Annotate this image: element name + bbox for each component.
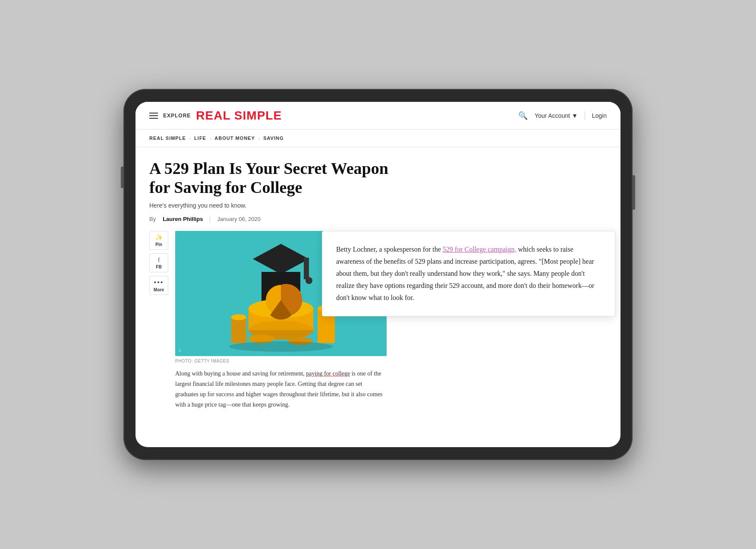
callout-text: Betty Lochner, a spokesperson for the 52… <box>336 243 601 304</box>
callout-text-after: which seeks to raise awareness of the be… <box>336 246 594 301</box>
breadcrumb-item-saving[interactable]: SAVING <box>263 136 284 141</box>
main-content: A 529 Plan Is Your Secret Weapon for Sav… <box>135 147 621 446</box>
pinterest-icon: ✨ <box>155 234 163 241</box>
hamburger-icon[interactable] <box>149 113 158 119</box>
svg-rect-2 <box>304 258 309 279</box>
pin-button[interactable]: ✨ Pin <box>149 231 168 250</box>
explore-label: EXPLORE <box>163 113 191 119</box>
article-title: A 529 Plan Is Your Secret Weapon for Sav… <box>149 159 408 197</box>
breadcrumb-sep-3: › <box>258 136 260 141</box>
breadcrumb-sep-1: › <box>189 136 191 141</box>
login-button[interactable]: Login <box>592 112 607 119</box>
tablet-frame: EXPLORE REAL SIMPLE 🔍 Your Account ▼ Log… <box>123 89 633 460</box>
content-row: ✨ Pin f FB ••• More <box>149 231 607 410</box>
breadcrumb-item-home[interactable]: REAL SIMPLE <box>149 136 186 141</box>
callout-text-before: Betty Lochner, a spokesperson for the <box>336 246 443 253</box>
account-button[interactable]: Your Account ▼ <box>535 112 578 119</box>
529-campaign-link[interactable]: 529 for College campaign, <box>443 246 517 253</box>
breadcrumb-sep-2: › <box>210 136 211 141</box>
more-label: More <box>154 287 164 292</box>
callout-box: Betty Lochner, a spokesperson for the 52… <box>322 231 615 316</box>
more-share-button[interactable]: ••• More <box>149 276 168 295</box>
photo-credit: PHOTO: GETTY IMAGES <box>175 359 387 363</box>
nav-right: 🔍 Your Account ▼ Login <box>518 111 607 120</box>
breadcrumb-item-life[interactable]: LIFE <box>194 136 206 141</box>
nav-divider <box>585 111 585 120</box>
svg-rect-11 <box>231 317 246 343</box>
expand-icon[interactable]: ⌞ <box>179 345 182 353</box>
navbar: EXPLORE REAL SIMPLE 🔍 Your Account ▼ Log… <box>135 102 621 129</box>
article-body-text: Along with buying a house and saving for… <box>175 369 387 410</box>
article-date: January 06, 2020 <box>217 216 260 222</box>
svg-point-12 <box>231 314 246 320</box>
fb-label: FB <box>156 265 161 269</box>
paying-for-college-link[interactable]: paying for college <box>306 370 350 377</box>
pin-label: Pin <box>155 242 162 247</box>
search-icon[interactable]: 🔍 <box>518 111 528 120</box>
tablet-screen: EXPLORE REAL SIMPLE 🔍 Your Account ▼ Log… <box>135 102 621 447</box>
svg-point-3 <box>306 277 312 284</box>
facebook-button[interactable]: f FB <box>149 253 168 272</box>
facebook-icon: f <box>158 257 160 264</box>
by-label: By <box>149 216 156 222</box>
breadcrumb-item-money[interactable]: ABOUT MONEY <box>214 136 255 141</box>
author-name[interactable]: Lauren Phillips <box>163 216 203 222</box>
chevron-down-icon: ▼ <box>572 112 578 119</box>
article-subtitle: Here's everything you need to know. <box>149 202 607 209</box>
account-label: Your Account <box>535 112 570 119</box>
meta-divider <box>210 216 210 222</box>
social-sidebar: ✨ Pin f FB ••• More <box>149 231 168 410</box>
brand-logo[interactable]: REAL SIMPLE <box>196 109 282 123</box>
article-meta: By Lauren Phillips January 06, 2020 <box>149 216 607 222</box>
more-icon: ••• <box>154 279 164 287</box>
svg-point-16 <box>229 341 333 352</box>
nav-left: EXPLORE REAL SIMPLE <box>149 109 282 123</box>
breadcrumb: REAL SIMPLE › LIFE › ABOUT MONEY › SAVIN… <box>135 129 621 147</box>
